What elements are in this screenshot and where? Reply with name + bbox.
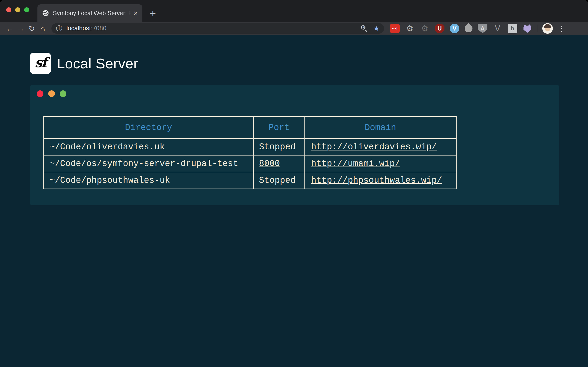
page-zoom-icon[interactable]: + (361, 25, 368, 32)
vue-icon[interactable]: V (493, 24, 502, 33)
page-content: sf Local Server Directory Port Domain (0, 35, 588, 367)
globe-favicon-icon (42, 10, 49, 17)
password-manager-icon[interactable]: •••| (390, 24, 400, 33)
bookmark-star-icon[interactable]: ★ (373, 24, 380, 32)
zoom-window-button[interactable] (24, 7, 29, 12)
shield-a-icon[interactable]: A (478, 24, 487, 33)
reload-icon[interactable]: ↻ (26, 25, 37, 32)
directory-cell: ~/Code/phpsouthwales-uk (43, 172, 254, 189)
home-icon[interactable]: ⌂ (37, 25, 48, 32)
toolbar-divider (538, 25, 538, 32)
brand-header: sf Local Server (30, 53, 559, 74)
domain-link[interactable]: http://umami.wip/ (311, 159, 400, 169)
terminal-red-dot (37, 90, 43, 97)
drupal-drop-icon[interactable] (463, 23, 474, 34)
table-row: ~/Code/os/symfony-server-drupal-test 800… (43, 155, 456, 172)
h-note-icon[interactable]: h (508, 24, 517, 33)
github-octocat-icon[interactable] (523, 24, 532, 33)
window-controls (6, 7, 29, 12)
domain-link[interactable]: http://phpsouthwales.wip/ (311, 175, 442, 185)
terminal-window-dots (36, 90, 553, 97)
browser-window: Symfony Local Web Server: Prox × + ← → ↻… (0, 0, 588, 367)
terminal-card: Directory Port Domain ~/Code/oliverdavie… (30, 85, 559, 205)
directory-cell: ~/Code/oliverdavies.uk (43, 139, 254, 155)
chrome-menu-icon[interactable]: ⋮ (558, 24, 565, 33)
new-tab-button[interactable]: + (150, 8, 156, 19)
close-window-button[interactable] (6, 7, 11, 12)
table-header-row: Directory Port Domain (43, 117, 456, 139)
gear-icon[interactable]: ⚙ (405, 24, 415, 33)
tab-close-icon[interactable]: × (132, 9, 139, 17)
site-info-icon[interactable]: ⓘ (56, 24, 62, 33)
port-status: Stopped (254, 139, 304, 155)
column-header-port: Port (254, 117, 304, 139)
v-blue-icon[interactable]: V (450, 24, 459, 33)
profile-avatar[interactable] (542, 23, 553, 34)
browser-tab[interactable]: Symfony Local Web Server: Prox × (37, 4, 142, 22)
port-status: Stopped (254, 172, 304, 189)
table-row: ~/Code/phpsouthwales-uk Stopped http://p… (43, 172, 456, 189)
terminal-green-dot (60, 90, 66, 97)
url-host: localhost (66, 25, 91, 32)
symfony-logo-icon: sf (30, 53, 51, 74)
back-icon[interactable]: ← (4, 25, 15, 32)
browser-toolbar: ← → ↻ ⌂ ⓘ localhost:7080 + ★ •••|⚙⚙UVAVh… (0, 22, 588, 35)
terminal-orange-dot (48, 90, 55, 97)
avatar-hair (544, 24, 551, 28)
port-link[interactable]: 8000 (259, 159, 280, 169)
tab-strip: Symfony Local Web Server: Prox × + (0, 0, 588, 22)
directory-cell: ~/Code/os/symfony-server-drupal-test (43, 155, 254, 172)
table-row: ~/Code/oliverdavies.uk Stopped http://ol… (43, 139, 456, 155)
address-bar[interactable]: ⓘ localhost:7080 + ★ (52, 23, 384, 34)
column-header-directory: Directory (43, 117, 254, 139)
ublock-origin-icon[interactable]: U (435, 24, 444, 33)
minimize-window-button[interactable] (15, 7, 20, 12)
tab-title: Symfony Local Web Server: Prox (53, 10, 132, 17)
url-text[interactable]: localhost:7080 (66, 25, 106, 32)
proxy-table: Directory Port Domain ~/Code/oliverdavie… (43, 116, 457, 189)
column-header-domain: Domain (304, 117, 456, 139)
url-port: :7080 (91, 25, 107, 32)
gear-dim-icon[interactable]: ⚙ (420, 24, 430, 33)
page-title: Local Server (57, 55, 138, 72)
forward-icon[interactable]: → (15, 25, 26, 32)
domain-link[interactable]: http://oliverdavies.wip/ (311, 142, 437, 152)
extensions: •••|⚙⚙UVAVh (390, 24, 532, 33)
